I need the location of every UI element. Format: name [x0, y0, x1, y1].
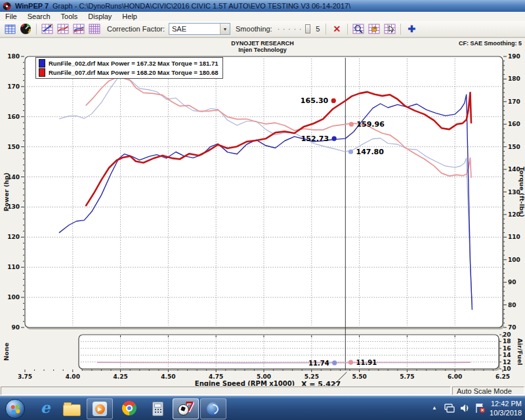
chevron-down-icon[interactable]: ▼ [220, 24, 230, 34]
x-tick-label: 5.75 [400, 373, 414, 380]
power-tick-label: 110 [7, 264, 20, 270]
power-tick-label: 180 [7, 53, 20, 60]
volume-icon[interactable] [461, 404, 468, 412]
legend-swatch [39, 68, 45, 77]
delete-graph-icon[interactable]: ✕ [329, 22, 344, 35]
dyno-graph-canvas[interactable]: 9010011012013014015016017018070809010011… [0, 38, 525, 387]
torque-tick-label: 90 [508, 279, 516, 285]
taskbar-explorer-icon[interactable] [63, 404, 81, 416]
cursor-value-afr: 11.91 [356, 359, 377, 366]
x-tick-label: 4.50 [161, 373, 175, 380]
pan-graph-icon[interactable] [367, 22, 381, 35]
menu-file[interactable]: File [0, 12, 22, 20]
power-tick-label: 160 [7, 114, 20, 120]
menu-tools[interactable]: Tools [56, 12, 83, 20]
afr-tick-label: 18 [503, 338, 511, 345]
play-icon: ▶ [95, 404, 105, 414]
smoothing-slider[interactable]: ····· [278, 24, 311, 33]
x-tick-label: 4.75 [209, 373, 223, 380]
correction-factor-value: SAE [169, 25, 220, 33]
torque-tick-label: 80 [508, 302, 516, 308]
taskbar-media-player-button[interactable]: ▶ [87, 398, 113, 419]
legend-text: RunFile_007.drf Max Power = 168.20 Max T… [49, 69, 219, 76]
taskbar-internet-explorer-icon[interactable]: e [37, 398, 54, 417]
cursor-value-afr: 11.74 [308, 360, 329, 367]
cursor-value-torque: 159.96 [356, 120, 385, 129]
torque-axis-label: Torque (ft-lbs) [518, 167, 525, 217]
torque-tick-label: 110 [508, 234, 520, 240]
cursor-value-power: 165.30 [301, 96, 329, 105]
select-graph-icon[interactable] [383, 22, 397, 35]
clock-time: 12:42 PM [490, 399, 522, 408]
afr-plot[interactable] [79, 335, 499, 369]
afr-curve-RunFile_007.drf [98, 362, 471, 363]
torque-tick-label: 70 [508, 324, 516, 331]
cursor-dot-afr [348, 360, 353, 364]
afr-left-axis-label: None [3, 343, 10, 361]
taskbar-dynojet-app-button[interactable] [200, 398, 226, 419]
menu-display[interactable]: Display [83, 12, 117, 20]
torque-tick-label: 180 [508, 75, 520, 82]
graph-compare-icon[interactable] [72, 22, 86, 35]
media-player-icon: ▶ [93, 402, 107, 416]
power-tick-label: 150 [7, 144, 20, 150]
torque-tick-label: 160 [508, 121, 520, 127]
torque-tick-label: 140 [508, 166, 520, 173]
power-tick-label: 170 [7, 83, 20, 90]
graph-multi-icon[interactable] [87, 22, 102, 35]
chart-settings-readout: CF: SAE Smoothing: 5 [459, 40, 522, 47]
network-icon[interactable] [445, 404, 454, 412]
clock-date: 10/3/2018 [490, 408, 522, 417]
windows-flag-icon [10, 404, 20, 413]
correction-factor-label: Correction Factor: [107, 25, 165, 33]
tray-expand-icon[interactable]: ▲ [432, 405, 437, 411]
taskbar-clock[interactable]: 12:42 PM 10/3/2018 [490, 399, 522, 417]
toolbar-separator [400, 24, 401, 35]
torque-tick-label: 100 [508, 257, 520, 263]
action-center-flag-icon[interactable] [476, 404, 485, 413]
cursor-dot-afr [332, 360, 337, 365]
smoothing-label: Smoothing: [236, 25, 272, 33]
toolbar: Correction Factor: SAE ▼ Smoothing: ····… [0, 21, 525, 37]
graph-new-icon[interactable] [40, 22, 54, 35]
menu-bar: File Search Tools Display Help [0, 12, 525, 22]
graph-curve-icon[interactable] [56, 22, 70, 35]
legend: RunFile_002.drf Max Power = 167.32 Max T… [35, 57, 223, 79]
toolbar-separator [36, 24, 37, 35]
slider-handle[interactable] [305, 24, 310, 33]
legend-row: RunFile_007.drf Max Power = 168.20 Max T… [39, 68, 219, 77]
chart-title: DYNOJET RESEARCH [0, 40, 525, 47]
torque-tick-label: 190 [508, 53, 520, 60]
torque-tick-label: 120 [508, 211, 520, 218]
menu-help[interactable]: Help [117, 12, 142, 20]
gauge-icon[interactable] [18, 22, 33, 35]
torque-tick-label: 170 [508, 98, 520, 105]
torque-tick-label: 150 [508, 144, 520, 150]
start-button[interactable] [5, 399, 25, 419]
legend-swatch [39, 59, 45, 68]
taskbar: e ▶ 7 ▲ 12:42 PM 10/3/20 [0, 396, 525, 420]
system-tray-icons[interactable] [444, 402, 491, 416]
afr-tick-label: 10 [503, 366, 511, 372]
taskbar-winpep-button[interactable]: 7 [173, 398, 199, 419]
cursor-value-power: 152.73 [301, 135, 329, 143]
graph-view: 9010011012013014015016017018070809010011… [0, 37, 525, 387]
taskbar-calculator-icon[interactable] [152, 402, 163, 416]
slider-ticks: ····· [278, 26, 305, 33]
correction-factor-dropdown[interactable]: SAE ▼ [169, 23, 230, 35]
menu-search[interactable]: Search [22, 12, 56, 20]
zoom-graph-icon[interactable] [351, 22, 366, 35]
torque-tick-label: 130 [508, 189, 520, 196]
graph-grid-icon[interactable] [3, 22, 17, 35]
window-title: Graph - C:\DynoRuns\HONDA\CIVIC\2016 CIV… [52, 2, 350, 10]
toolbar-separator [347, 24, 348, 35]
crosshair-icon[interactable]: ✚ [404, 22, 419, 35]
winpep-seven-glyph: 7 [185, 399, 194, 415]
smoothing-value: 5 [316, 25, 320, 33]
x-tick-label: 5.50 [352, 373, 366, 380]
status-segment [1, 387, 451, 395]
x-tick-label: 4.00 [66, 373, 80, 380]
taskbar-chrome-icon[interactable] [122, 401, 136, 415]
x-tick-label: 5.00 [257, 373, 271, 380]
power-axis-label: Power (hp) [3, 173, 10, 211]
